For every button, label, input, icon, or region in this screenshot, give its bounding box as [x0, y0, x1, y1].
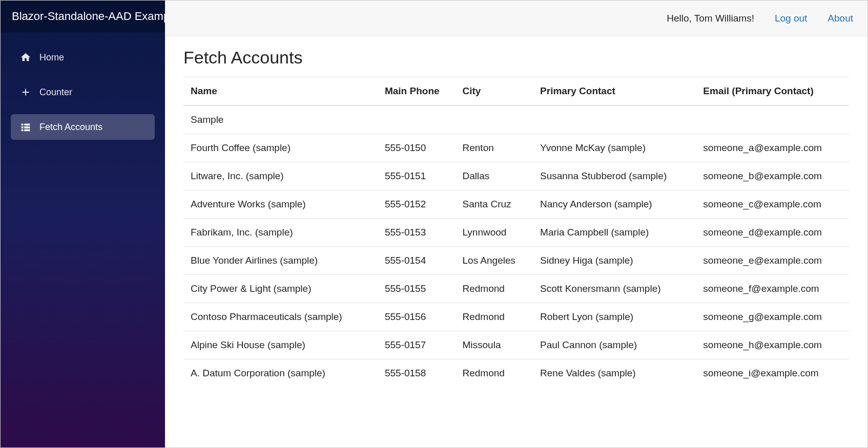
cell-city: Redmond [456, 275, 533, 303]
table-row: Contoso Pharmaceuticals (sample)555-0156… [183, 303, 849, 331]
cell-name: Sample [183, 105, 378, 134]
cell-contact: Yvonne McKay (sample) [533, 134, 696, 162]
sidebar-item-label: Counter [39, 87, 72, 98]
content-region: Fetch Accounts Name Main Phone City Prim… [165, 36, 867, 447]
cell-email: someone_b@example.com [696, 162, 849, 190]
cell-city: Dallas [456, 162, 533, 190]
cell-contact: Rene Valdes (sample) [533, 359, 696, 388]
cell-phone: 555-0154 [378, 247, 456, 275]
cell-email [696, 105, 849, 134]
cell-contact [533, 105, 696, 134]
cell-name: Fourth Coffee (sample) [183, 134, 378, 162]
sidebar-item-fetch-accounts[interactable]: Fetch Accounts [11, 114, 155, 140]
cell-phone: 555-0156 [378, 303, 456, 331]
column-header-phone: Main Phone [378, 77, 456, 106]
cell-name: Alpine Ski House (sample) [183, 331, 378, 359]
column-header-city: City [456, 77, 533, 106]
cell-city: Redmond [456, 359, 533, 388]
table-row: Sample [183, 105, 849, 134]
cell-contact: Sidney Higa (sample) [533, 247, 696, 275]
column-header-contact: Primary Contact [533, 77, 696, 106]
page-title: Fetch Accounts [183, 48, 849, 68]
column-header-email: Email (Primary Contact) [696, 77, 849, 106]
cell-phone: 555-0152 [378, 190, 456, 219]
cell-contact: Paul Cannon (sample) [533, 331, 696, 359]
sidebar-nav: HomeCounterFetch Accounts [1, 32, 165, 140]
cell-email: someone_c@example.com [696, 190, 849, 219]
cell-name: Blue Yonder Airlines (sample) [183, 247, 378, 275]
cell-email: someone_g@example.com [696, 303, 849, 331]
cell-email: someone_d@example.com [696, 219, 849, 247]
cell-city: Missoula [456, 331, 533, 359]
cell-contact: Susanna Stubberod (sample) [533, 162, 696, 190]
main-region: Hello, Tom Williams! Log out About Fetch… [165, 1, 867, 447]
plus-icon [20, 87, 31, 98]
cell-email: someone_a@example.com [696, 134, 849, 162]
cell-email: someone_e@example.com [696, 247, 849, 275]
cell-email: someone_h@example.com [696, 331, 849, 359]
cell-phone: 555-0158 [378, 359, 456, 388]
topbar: Hello, Tom Williams! Log out About [165, 1, 867, 36]
table-row: Alpine Ski House (sample)555-0157Missoul… [183, 331, 849, 359]
greeting-text: Hello, Tom Williams! [667, 13, 754, 24]
cell-name: Fabrikam, Inc. (sample) [183, 219, 378, 247]
about-link[interactable]: About [828, 13, 853, 24]
sidebar-item-counter[interactable]: Counter [11, 79, 155, 105]
table-header-row: Name Main Phone City Primary Contact Ema… [183, 77, 849, 106]
cell-phone: 555-0150 [378, 134, 456, 162]
cell-name: Litware, Inc. (sample) [183, 162, 378, 190]
cell-contact: Scott Konersmann (sample) [533, 275, 696, 303]
cell-contact: Robert Lyon (sample) [533, 303, 696, 331]
table-row: Fourth Coffee (sample)555-0150RentonYvon… [183, 134, 849, 162]
accounts-table: Name Main Phone City Primary Contact Ema… [183, 77, 849, 387]
table-row: Adventure Works (sample)555-0152Santa Cr… [183, 190, 849, 219]
cell-email: someone_i@example.com [696, 359, 849, 388]
cell-email: someone_f@example.com [696, 275, 849, 303]
cell-contact: Maria Campbell (sample) [533, 219, 696, 247]
cell-phone: 555-0155 [378, 275, 456, 303]
logout-link[interactable]: Log out [775, 13, 807, 24]
sidebar-item-home[interactable]: Home [11, 45, 155, 70]
sidebar: Blazor-Standalone-AAD Example HomeCounte… [1, 1, 165, 447]
column-header-name: Name [183, 77, 378, 106]
table-row: Litware, Inc. (sample)555-0151DallasSusa… [183, 162, 849, 190]
cell-name: Adventure Works (sample) [183, 190, 378, 219]
cell-contact: Nancy Anderson (sample) [533, 190, 696, 219]
cell-phone: 555-0157 [378, 331, 456, 359]
cell-phone: 555-0153 [378, 219, 456, 247]
cell-phone [378, 105, 456, 134]
cell-name: City Power & Light (sample) [183, 275, 378, 303]
table-row: A. Datum Corporation (sample)555-0158Red… [183, 359, 849, 388]
cell-city [456, 105, 533, 134]
cell-city: Los Angeles [456, 247, 533, 275]
cell-city: Redmond [456, 303, 533, 331]
cell-city: Renton [456, 134, 533, 162]
table-row: Blue Yonder Airlines (sample)555-0154Los… [183, 247, 849, 275]
cell-city: Lynnwood [456, 219, 533, 247]
table-row: City Power & Light (sample)555-0155Redmo… [183, 275, 849, 303]
home-icon [20, 52, 31, 63]
list-icon [20, 121, 31, 133]
table-row: Fabrikam, Inc. (sample)555-0153LynnwoodM… [183, 219, 849, 247]
sidebar-item-label: Home [39, 52, 64, 63]
cell-name: A. Datum Corporation (sample) [183, 359, 378, 388]
sidebar-item-label: Fetch Accounts [39, 122, 102, 133]
cell-city: Santa Cruz [456, 190, 533, 219]
brand-title[interactable]: Blazor-Standalone-AAD Example [1, 1, 165, 32]
cell-name: Contoso Pharmaceuticals (sample) [183, 303, 378, 331]
cell-phone: 555-0151 [378, 162, 456, 190]
